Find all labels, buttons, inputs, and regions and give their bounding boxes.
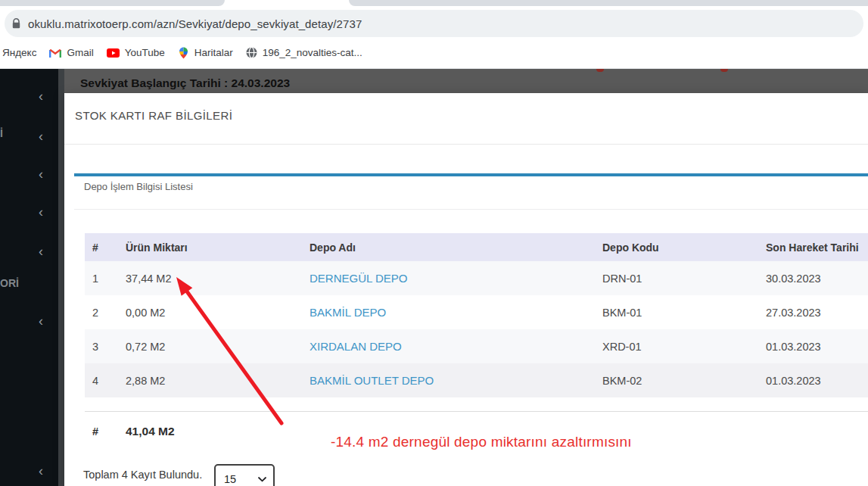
row-index: 1 (85, 273, 126, 285)
divider (64, 144, 868, 145)
depot-code: BKM-02 (602, 375, 766, 387)
bookmark-label: Gmail (67, 47, 93, 58)
app-sidebar: ‹ ‹ ‹ ‹ ‹ ‹ ‹ İ ORİ (0, 69, 58, 486)
row-quantity: 0,00 M2 (126, 307, 310, 319)
overlay-strip (58, 69, 64, 486)
modal-title: STOK KARTI RAF BİLGİLERİ (75, 109, 232, 122)
depot-name-link[interactable]: BAKMİL OUTLET DEPO (310, 374, 434, 387)
col-header-last-movement-date: Son Hareket Tarihi (766, 241, 868, 254)
lock-icon[interactable] (12, 18, 20, 29)
bookmark-label: Haritalar (194, 47, 233, 58)
last-movement-date: 01.03.2023 (766, 341, 868, 353)
depot-code: BKM-01 (602, 307, 766, 319)
row-quantity: 37,44 M2 (126, 273, 310, 285)
table-row: 3 0,72 M2 XIRDALAN DEPO XRD-01 01.03.202… (85, 329, 868, 363)
bookmark-label: YouTube (125, 47, 165, 58)
screenshot-root: okuklu.matrixotoerp.com/azn/Sevkiyat/dep… (0, 0, 868, 486)
bookmark-novalties[interactable]: 196_2_novalties-cat... (246, 47, 362, 58)
maps-icon (178, 47, 189, 59)
globe-icon (246, 47, 257, 58)
bookmark-haritalar[interactable]: Haritalar (178, 47, 233, 59)
bookmark-gmail[interactable]: Gmail (49, 47, 93, 58)
table-row: 2 0,00 M2 BAKMİL DEPO BKM-01 27.03.2023 (85, 295, 868, 329)
depot-code: DRN-01 (602, 273, 766, 285)
table-header-row: # Ürün Miktarı Depo Adı Depo Kodu Son Ha… (85, 233, 868, 261)
page-size-select[interactable]: 15 (214, 464, 275, 486)
sidebar-partial-label: ORİ (0, 277, 19, 289)
depot-code: XRD-01 (602, 341, 766, 353)
bookmark-youtube[interactable]: YouTube (107, 47, 165, 58)
row-index: 4 (85, 375, 126, 387)
address-bar-input[interactable]: okuklu.matrixotoerp.com/azn/Sevkiyat/dep… (5, 10, 863, 37)
chevron-left-icon[interactable]: ‹ (33, 205, 48, 220)
row-quantity: 0,72 M2 (126, 341, 310, 353)
chevron-left-icon[interactable]: ‹ (33, 314, 48, 329)
url-text: okuklu.matrixotoerp.com/azn/Sevkiyat/dep… (28, 17, 362, 30)
col-header-index: # (85, 241, 126, 254)
last-movement-date: 01.03.2023 (766, 375, 868, 387)
chevron-left-icon[interactable]: ‹ (33, 167, 48, 182)
col-header-depot-code: Depo Kodu (602, 241, 766, 254)
chevron-left-icon[interactable]: ‹ (33, 129, 48, 145)
clipped-red-element (596, 69, 604, 72)
record-count-text: Toplam 4 Kayıt Bulundu. (83, 467, 202, 482)
inactive-tab-right[interactable] (349, 0, 868, 6)
chevron-left-icon[interactable]: ‹ (33, 89, 48, 104)
table-row: 1 37,44 M2 DERNEGÜL DEPO DRN-01 30.03.20… (85, 261, 868, 295)
gmail-icon (49, 48, 61, 58)
divider (85, 411, 868, 412)
depot-table: # Ürün Miktarı Depo Adı Depo Kodu Son Ha… (85, 233, 868, 397)
bookmark-yandex[interactable]: Яндекс (2, 47, 36, 58)
chevron-left-icon[interactable]: ‹ (33, 464, 48, 479)
table-row: 4 2,88 M2 BAKMİL OUTLET DEPO BKM-02 01.0… (85, 363, 868, 397)
stock-card-shelf-modal: STOK KARTI RAF BİLGİLERİ Depo İşlem Bilg… (64, 93, 868, 486)
tab-strip (0, 0, 868, 6)
row-index: 3 (85, 341, 126, 353)
depot-name-link[interactable]: DERNEGÜL DEPO (310, 272, 407, 285)
page-size-value: 15 (224, 473, 236, 485)
clipped-red-element (720, 69, 728, 72)
depot-name-link[interactable]: BAKMİL DEPO (310, 306, 386, 319)
last-movement-date: 30.03.2023 (766, 273, 868, 285)
chevron-down-icon (258, 477, 266, 482)
row-index: 2 (85, 307, 126, 319)
panel-accent-bar (74, 173, 868, 176)
address-bar-row: okuklu.matrixotoerp.com/azn/Sevkiyat/dep… (0, 6, 868, 37)
annotation-text: -14.4 m2 dernegül depo miktarını azaltır… (331, 434, 632, 450)
row-quantity: 2,88 M2 (126, 375, 310, 387)
depot-name-link[interactable]: XIRDALAN DEPO (310, 340, 402, 353)
bookmarks-bar: Яндекс Gmail YouTube (0, 37, 868, 69)
bookmark-label: Яндекс (2, 47, 36, 58)
col-header-quantity: Ürün Miktarı (126, 241, 310, 254)
bookmark-label: 196_2_novalties-cat... (263, 47, 362, 58)
col-header-depot-name: Depo Adı (310, 241, 602, 254)
divider (74, 209, 868, 210)
last-movement-date: 27.03.2023 (766, 307, 868, 319)
total-label: # (85, 425, 126, 438)
youtube-icon (107, 48, 120, 58)
chevron-left-icon[interactable]: ‹ (33, 245, 48, 260)
list-label: Depo İşlem Bilgisi Listesi (84, 181, 193, 192)
inactive-tab-left[interactable] (0, 0, 225, 6)
sidebar-partial-label: İ (0, 127, 3, 139)
